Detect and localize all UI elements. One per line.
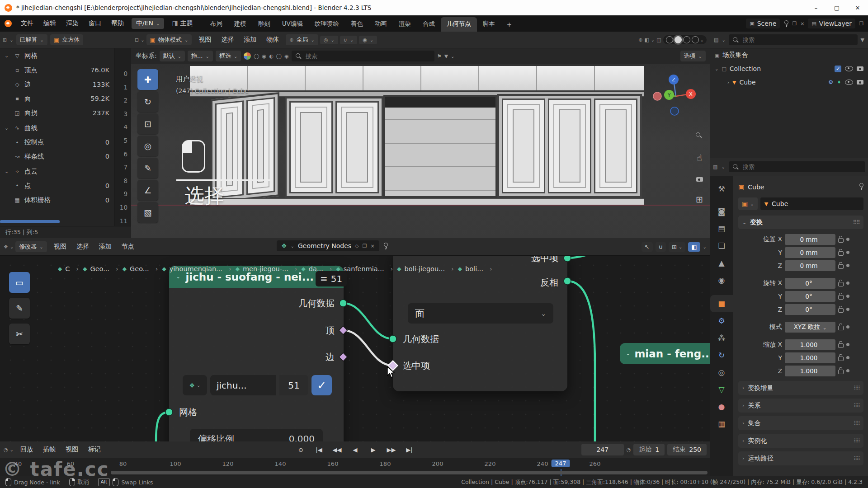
pin-icon[interactable] <box>783 20 788 27</box>
drag-grip-icon[interactable]: ⠿⠿ <box>853 385 859 391</box>
lock-icon[interactable] <box>838 370 844 374</box>
collapse-icon[interactable]: ⌄ <box>626 351 630 356</box>
menu-item[interactable]: 视图 <box>61 444 83 455</box>
properties-tab[interactable]: ▦ <box>710 415 733 432</box>
id-dropdown[interactable]: ❖⌄ <box>183 375 207 395</box>
lock-icon[interactable] <box>838 326 844 330</box>
menu-item[interactable]: 物体 <box>261 34 284 46</box>
unlink-icon[interactable]: × <box>800 21 804 27</box>
workspace-tab[interactable]: 几何节点 <box>441 17 477 32</box>
dataset-dropdown[interactable]: 已解算⌄ <box>16 34 47 45</box>
close-button[interactable]: ✕ <box>847 0 868 15</box>
jump-to-end-button[interactable]: ▶| <box>401 443 418 456</box>
properties-tab[interactable]: ⚒ <box>710 180 733 197</box>
viewport-tool-button[interactable]: ⊡ <box>137 113 158 134</box>
menu-item[interactable]: 视图 <box>49 241 71 253</box>
properties-tab[interactable]: ▽ <box>710 381 733 398</box>
menu-item[interactable]: 插帧 <box>38 444 61 455</box>
properties-tab[interactable]: ● <box>710 398 733 415</box>
lock-icon[interactable] <box>838 357 844 361</box>
copy-icon[interactable]: ❐ <box>859 21 863 27</box>
lock-icon[interactable] <box>838 308 844 313</box>
show-gizmo-icon[interactable]: ⊕ <box>638 37 642 43</box>
property-value-field[interactable]: 0 mm <box>785 260 835 271</box>
properties-section-header[interactable]: › 集合 ⠿⠿ <box>738 416 863 430</box>
property-value-field[interactable]: 1.000 <box>785 339 835 350</box>
drag-grip-icon[interactable]: ⠿⠿ <box>853 403 859 409</box>
drag-dropdown[interactable]: 拖...⌄ <box>188 51 213 61</box>
zoom-icon[interactable] <box>692 132 707 142</box>
menu-item[interactable]: 选择 <box>71 241 94 253</box>
minimize-button[interactable]: – <box>806 0 826 15</box>
expand-icon[interactable]: › <box>727 80 729 85</box>
menu-item[interactable]: 编辑 <box>38 18 61 29</box>
pin-icon[interactable] <box>383 243 388 249</box>
menu-item[interactable]: 帮助 <box>106 18 129 29</box>
editor-type-icon[interactable]: ❖ <box>4 244 8 250</box>
auto-keyframe-icon[interactable]: ⊙ <box>292 443 310 456</box>
workspace-tab[interactable]: 建模 <box>228 17 252 32</box>
viewport-tool-button[interactable]: ▧ <box>137 202 158 223</box>
property-value-field[interactable]: XYZ 欧拉 <box>785 322 835 333</box>
properties-section-header[interactable]: › 变换增量 ⠿⠿ <box>738 381 863 395</box>
animate-dot-icon[interactable] <box>846 282 849 285</box>
object-name-field[interactable]: ▼ Cube <box>760 197 863 210</box>
editor-type-icon[interactable]: ⊞ <box>3 37 7 43</box>
search-input[interactable] <box>742 163 862 171</box>
properties-tab[interactable]: ▲ <box>710 254 733 272</box>
bookmark-icon[interactable]: ⚑ <box>437 53 442 59</box>
animate-dot-icon[interactable] <box>846 308 849 311</box>
mask-sphere-icon[interactable]: ◐ <box>269 53 274 59</box>
rendered-shading-icon[interactable] <box>692 36 699 43</box>
animate-dot-icon[interactable] <box>846 343 849 346</box>
grid-dropdown[interactable]: ⊞⌄ <box>669 242 685 252</box>
scene-selector[interactable]: ▣ Scene <box>746 19 780 28</box>
filter-icon[interactable]: ▼ <box>444 53 448 59</box>
options-dropdown[interactable]: 选项⌄ <box>680 51 706 61</box>
menu-item[interactable]: 渲染 <box>61 18 84 29</box>
workspace-tab[interactable]: 脚本 <box>477 17 501 32</box>
lock-icon[interactable] <box>838 282 844 286</box>
pivot-dropdown[interactable]: ◎⌄ <box>320 36 338 44</box>
language-toggle[interactable]: 中/EN⌄ <box>132 18 164 29</box>
stat-row[interactable]: ⌄ ∿ 曲线 <box>0 121 114 136</box>
object-chip[interactable]: ▣立方体 <box>50 34 83 45</box>
viewport-tool-button[interactable]: ∠ <box>137 180 158 201</box>
properties-tab[interactable]: ◙ <box>710 203 733 220</box>
domain-dropdown[interactable]: 面⌄ <box>408 303 553 324</box>
maximize-button[interactable]: ▢ <box>826 0 847 15</box>
properties-section-header[interactable]: › 实例化 ⠿⠿ <box>738 434 863 448</box>
navigation-gizmo[interactable]: Z Y X <box>651 71 701 121</box>
drag-grip-icon[interactable]: ⠿⠿ <box>853 438 859 444</box>
integer-name-field[interactable]: jichu... <box>210 375 276 395</box>
drag-grip-icon[interactable]: ⠿⠿ <box>853 219 859 225</box>
prev-keyframe-button[interactable]: ◀◀ <box>329 443 346 456</box>
properties-section-header[interactable]: › 运动路径 ⠿⠿ <box>738 451 863 465</box>
node-mian-feng[interactable]: ⌄ mian - feng... <box>620 343 710 364</box>
geometry-nodes-icon[interactable]: ✦ <box>837 79 841 85</box>
editor-type-icon[interactable]: ⊟ <box>135 37 139 43</box>
editor-type-icon[interactable]: ▥ <box>713 164 717 170</box>
timeline-scrollbar[interactable] <box>111 471 708 474</box>
properties-tab[interactable]: ❏ <box>710 237 733 254</box>
properties-tab[interactable]: ⚙ <box>710 312 733 329</box>
menu-item[interactable]: 窗口 <box>84 18 106 29</box>
workspace-tab[interactable]: 纹理喷绘 <box>309 17 345 32</box>
menu-item[interactable]: 添加 <box>94 241 117 253</box>
stat-row[interactable]: ⌄ ∙ 控制点 0 <box>0 135 114 150</box>
start-frame-field[interactable]: 起始1 <box>633 444 665 455</box>
node-tool-button[interactable]: ✂ <box>9 324 30 344</box>
mask-sphere-icon[interactable]: ◯ <box>254 53 259 59</box>
menu-item[interactable]: 文件 <box>16 18 38 29</box>
select-mode-dropdown[interactable]: 框选⌄ <box>216 51 241 61</box>
overlays-icon[interactable]: ◧ <box>644 37 649 43</box>
property-value-field[interactable]: 0 mm <box>785 247 835 258</box>
drag-grip-icon[interactable]: ⠿⠿ <box>853 420 859 427</box>
end-frame-field[interactable]: 结束250 <box>667 444 707 455</box>
animate-dot-icon[interactable] <box>846 325 849 328</box>
properties-tab[interactable]: ↻ <box>710 347 733 364</box>
viewport-tool-button[interactable]: ✎ <box>137 158 158 178</box>
workspace-tab[interactable]: 着色 <box>345 17 369 32</box>
collapse-icon[interactable]: ⌄ <box>176 274 180 279</box>
workspace-tab[interactable]: 动画 <box>369 17 393 32</box>
